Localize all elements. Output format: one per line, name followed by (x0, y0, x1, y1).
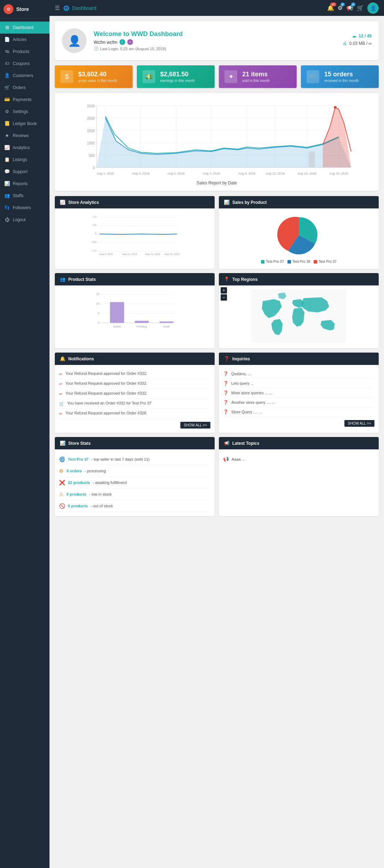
store-stat-item-4: 🚫0 products - out of stock (59, 500, 210, 512)
inq-icon-0: ❓ (223, 371, 228, 376)
notif-item-0: ↩Your Refund Request approved for Order … (59, 369, 210, 379)
orders-nav-label: Orders (13, 85, 26, 90)
welcome-login: 🕐 Last Login: 5:25 am (August 15, 2018) (94, 46, 336, 51)
sidebar-item-reports[interactable]: 📊Reports (0, 178, 50, 190)
svg-text:Online: Online (113, 325, 121, 328)
store-stat-icon-4: 🚫 (59, 503, 65, 509)
svg-text:Aug 3, 2018: Aug 3, 2018 (132, 172, 150, 175)
map-zoom-out[interactable]: − (221, 294, 227, 301)
pie-legend: Test Pro 37 Test Pro 38 Test Pro 37 (261, 260, 337, 264)
top-regions-panel: 📍 Top Regions + − (219, 273, 379, 348)
sales-chart-svg: 2500 2000 1500 1000 500 0 Aug 1, 2018 Au… (60, 99, 373, 176)
notif-item-2: ↩Your Refund Request approved for Order … (59, 389, 210, 399)
listings-nav-label: Listings (13, 157, 27, 162)
store-stat-link-2[interactable]: 22 products (68, 480, 90, 485)
payments-nav-label: Payments (13, 97, 31, 102)
inquiries-panel: ❓ Inquiries ❓Qsddms, ...❓Lets query ...❓… (219, 353, 379, 433)
notif-text-3: You have received an Order #332 for Test… (67, 401, 152, 405)
store-stat-link-4[interactable]: 0 products (68, 504, 88, 508)
svg-text:1.0: 1.0 (93, 215, 97, 218)
stat-value-0: $3,602.40 (78, 71, 117, 78)
stat-value-2: 21 items (242, 71, 270, 78)
megaphone-badge: 0 (351, 2, 355, 6)
svg-text:Aug 9, 2018: Aug 9, 2018 (238, 172, 256, 175)
inq-icon-4: ❓ (223, 409, 228, 414)
sidebar-item-support[interactable]: 💬Support (0, 166, 50, 178)
store-stat-link-1[interactable]: 0 orders (66, 469, 82, 473)
sidebar-item-followers[interactable]: 👣Followers (0, 202, 50, 214)
product-stats-header: 👥 Product Stats (55, 273, 215, 285)
store-stat-rest-2: - awaiting fulfillment (93, 480, 127, 485)
analytics-icon: 📈 (60, 200, 65, 205)
store-stat-rest-0: - top seller in last 7 days (sold 11) (92, 457, 150, 461)
sidebar-item-reviews[interactable]: ★Reviews (0, 130, 50, 142)
logout-nav-icon: ⏻ (4, 217, 10, 223)
sidebar-item-settings[interactable]: ⚙Settings (0, 106, 50, 118)
store-stat-link-0[interactable]: Test Pro 37 (68, 457, 89, 461)
sidebar-item-logout[interactable]: ⏻Logout (0, 214, 50, 226)
welcome-avatar: 👤 (62, 28, 87, 53)
svg-rect-56 (159, 321, 174, 323)
svg-text:0.5: 0.5 (93, 224, 97, 227)
notifications-bell[interactable]: 🔔 27 (327, 5, 334, 11)
sidebar-item-payments[interactable]: 💳Payments (0, 94, 50, 106)
sidebar-item-customers[interactable]: 👤Customers (0, 70, 50, 82)
sidebar-item-orders[interactable]: 🛒Orders (0, 82, 50, 94)
sidebar-item-dashboard[interactable]: ⊞Dashboard (0, 22, 50, 34)
map-pin-icon: 📍 (224, 277, 229, 282)
sidebar-logo[interactable]: ⊙ Store (0, 0, 50, 19)
analytics-nav-label: Analytics (13, 145, 30, 150)
svg-text:5: 5 (98, 312, 100, 315)
store-stats-panel: 📊 Store Stats 🌀Test Pro 37 - top seller … (55, 437, 215, 516)
question-icon: ❓ (224, 356, 229, 361)
latest-topics-header: 📢 Latest Topics (219, 437, 379, 449)
welcome-meta: ☁ 12 / 45 🖨 0.03 MB / ∞ (343, 33, 372, 48)
stat-label-1: earnings in this month (160, 79, 195, 83)
inq-text-1: Lets query ... (231, 381, 254, 385)
inquiries-header: ❓ Inquiries (219, 353, 379, 365)
store-stat-link-3[interactable]: 0 products (66, 492, 86, 496)
user-avatar[interactable]: 👤 (367, 2, 379, 14)
inq-icon-3: ❓ (223, 400, 228, 405)
store-stat-item-2: ❌22 products - awaiting fulfillment (59, 477, 210, 489)
sidebar-item-articles[interactable]: 📄Articles (0, 34, 50, 46)
store-stats-body: 🌀Test Pro 37 - top seller in last 7 days… (55, 449, 215, 516)
ledger-nav-icon: 📒 (4, 121, 10, 126)
hamburger-icon[interactable]: ☰ (55, 5, 60, 11)
megaphone-btn[interactable]: 📢 0 (346, 5, 353, 11)
notif-item-1: ↩Your Refund Request approved for Order … (59, 379, 210, 389)
map-controls: + − (221, 287, 227, 301)
notif-text-1: Your Refund Request approved for Order #… (65, 381, 147, 385)
coupons-nav-label: Coupons (13, 61, 30, 66)
inquiry-item-1: ❓Lets query ... (223, 379, 374, 388)
sidebar-item-listings[interactable]: 📋Listings (0, 154, 50, 166)
svg-point-28 (334, 106, 337, 109)
sidebar-item-staffs[interactable]: 👥Staffs (0, 190, 50, 202)
sidebar-item-products[interactable]: 🛍Products (0, 46, 50, 58)
sidebar-item-ledger[interactable]: 📒Ledger Book (0, 118, 50, 130)
notifications-header: 🔔 Notifications (55, 353, 215, 365)
notif-text-0: Your Refund Request approved for Order #… (65, 371, 147, 376)
stats-grid: $ $3,602.40 gross sales in this month 💵 … (55, 65, 379, 88)
sidebar-item-analytics[interactable]: 📈Analytics (0, 142, 50, 154)
cart-icon-wrap[interactable]: 🛒 (357, 5, 364, 11)
pie-panel-body: Test Pro 37 Test Pro 38 Test Pro 37 (219, 208, 379, 269)
sales-product-title: Sales by Product (232, 200, 267, 205)
top-regions-header: 📍 Top Regions (219, 273, 379, 285)
analytics-title: Store Analytics (68, 200, 99, 205)
sidebar-item-coupons[interactable]: 🏷Coupons (0, 58, 50, 70)
stat-label-0: gross sales in this month (78, 79, 117, 83)
topics-icon: 📢 (224, 441, 229, 446)
welcome-title: Welcome to WWD Dashboard (94, 30, 336, 38)
store-analytics-panel: 📈 Store Analytics 1.0 0.5 0 -0.5 -1.0 (55, 196, 215, 269)
notif-icon-4: ↩ (59, 411, 63, 416)
settings-btn[interactable]: ⚙ 8 (338, 5, 343, 11)
store-stat-icon-0: 🌀 (59, 456, 65, 462)
svg-text:10: 10 (96, 302, 99, 305)
sidebar: ⊙ Store ⊞Dashboard📄Articles🛍Products🏷Cou… (0, 0, 50, 868)
inq-icon-2: ❓ (223, 390, 228, 395)
show-all-inquiries[interactable]: SHOW ALL >> (344, 420, 374, 427)
show-all-notifications[interactable]: SHOW ALL >> (180, 422, 210, 429)
map-zoom-in[interactable]: + (221, 287, 227, 294)
store-stat-item-3: ⚠0 products - low in stock (59, 489, 210, 500)
